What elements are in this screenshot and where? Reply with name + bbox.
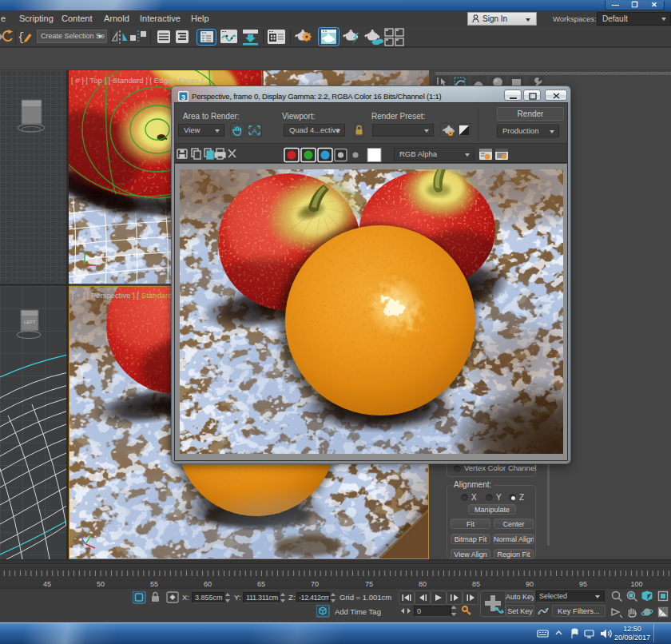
svg-text:3: 3: [181, 93, 185, 101]
svg-text:50: 50: [97, 580, 105, 587]
svg-text:85: 85: [472, 580, 480, 587]
svg-text:55: 55: [150, 580, 158, 587]
svg-text:75: 75: [365, 580, 373, 587]
svg-text:45: 45: [43, 580, 51, 587]
svg-text:A: A: [252, 127, 256, 135]
svg-text:80: 80: [419, 580, 427, 587]
svg-text:65: 65: [257, 580, 265, 587]
svg-text:95: 95: [579, 580, 587, 587]
svg-text:70: 70: [311, 580, 319, 587]
svg-text:60: 60: [204, 580, 212, 587]
svg-text:90: 90: [526, 580, 534, 587]
svg-text:[ + ] [ Perspective ] [ Standa: [ + ] [ Perspective ] [ Standard ] [ D: [72, 291, 189, 300]
svg-text:[ # ] [ Top ] [ Standard ] [ E: [ # ] [ Top ] [ Standard ] [ Edged Faces…: [71, 76, 203, 85]
svg-text:{: {: [18, 31, 24, 44]
svg-text:LEFT: LEFT: [24, 320, 36, 324]
svg-text:100: 100: [630, 580, 642, 587]
